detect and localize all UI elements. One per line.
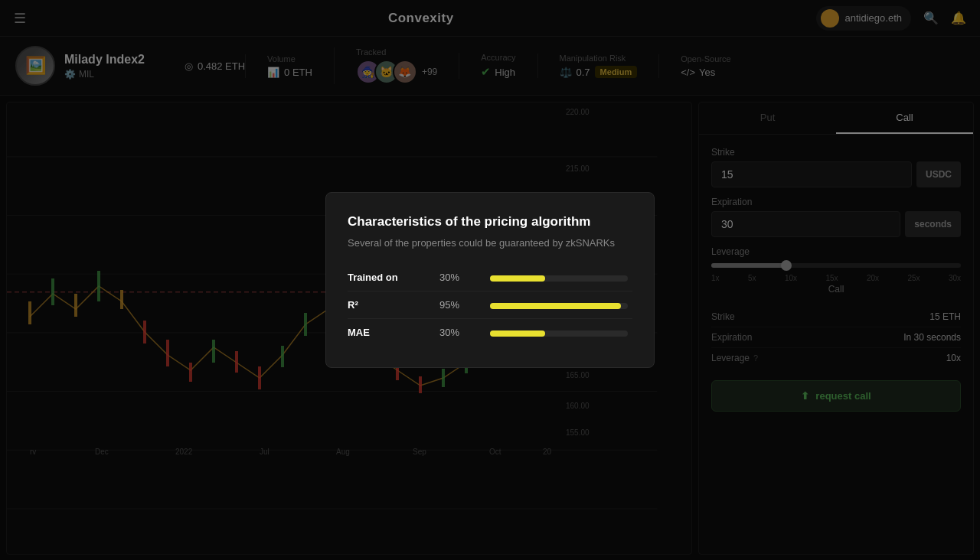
modal-row-mae: MAE 30% [348, 319, 632, 347]
trained-pct: 30% [439, 272, 478, 283]
modal-table: Trained on 30% R² 95% [348, 264, 632, 346]
modal: Characteristics of the pricing algorithm… [325, 192, 655, 368]
r2-pct: 95% [439, 299, 478, 311]
mae-pct: 30% [439, 327, 478, 338]
modal-data-mae: 30% [439, 319, 632, 347]
modal-label-mae: MAE [348, 319, 439, 347]
modal-label-trained: Trained on [348, 264, 439, 291]
trained-bar-fill [490, 275, 545, 282]
modal-title: Characteristics of the pricing algorithm [348, 214, 632, 230]
r2-bar-bg [490, 303, 628, 309]
modal-data-r2: 95% [439, 291, 632, 319]
mae-bar-fill [490, 330, 545, 337]
modal-row-r2: R² 95% [348, 291, 632, 319]
r2-bar-fill [490, 303, 621, 309]
modal-row-trained: Trained on 30% [348, 264, 632, 291]
trained-bar-bg [490, 275, 628, 282]
modal-subtitle: Several of the properties could be guara… [348, 237, 632, 249]
modal-data-trained: 30% [439, 264, 632, 291]
mae-bar-bg [490, 330, 628, 337]
modal-overlay[interactable]: Characteristics of the pricing algorithm… [0, 0, 980, 560]
modal-label-r2: R² [348, 291, 439, 319]
